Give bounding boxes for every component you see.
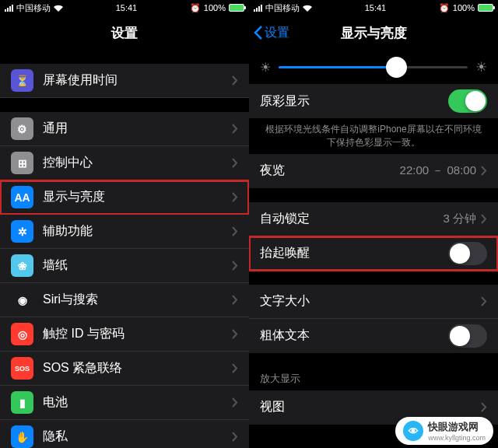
row-label: 控制中心 <box>43 155 232 171</box>
settings-row-10[interactable]: ✋隐私 <box>0 420 249 448</box>
chevron-right-icon <box>481 296 487 306</box>
row-label: 隐私 <box>43 429 232 445</box>
settings-row-9[interactable]: ▮电池 <box>0 386 249 420</box>
row-textsize[interactable]: 文字大小 <box>249 285 498 319</box>
chevron-right-icon <box>232 432 238 442</box>
settings-row-7[interactable]: ◎触控 ID 与密码 <box>0 317 249 352</box>
row-label: SOS 紧急联络 <box>43 360 232 376</box>
row-icon: ✋ <box>11 425 33 448</box>
row-label: 触控 ID 与密码 <box>43 326 232 342</box>
row-label: 屏幕使用时间 <box>43 72 232 89</box>
sun-large-icon: ☀ <box>475 59 487 75</box>
signal-icon <box>5 5 13 12</box>
watermark-url: www.kyllgting.com <box>428 434 486 442</box>
view-label: 视图 <box>260 399 481 415</box>
watermark-icon: 👁 <box>403 421 423 441</box>
row-icon: ⚙ <box>11 117 33 140</box>
battery-icon <box>229 4 244 12</box>
nightshift-label: 夜览 <box>260 163 400 179</box>
row-boldtext[interactable]: 粗体文本 <box>249 319 498 353</box>
watermark: 👁 快眼游戏网www.kyllgting.com <box>395 417 493 445</box>
battery-pct: 100% <box>453 3 475 12</box>
status-bar: 中国移动 15:41 ⏰100% <box>249 0 498 16</box>
page-title: 显示与亮度 <box>341 24 407 42</box>
truetone-toggle[interactable] <box>448 89 487 113</box>
back-label: 设置 <box>265 25 289 41</box>
chevron-right-icon <box>481 214 487 224</box>
back-button[interactable]: 设置 <box>254 25 289 41</box>
row-icon: ⊞ <box>11 152 33 174</box>
chevron-right-icon <box>232 124 238 134</box>
settings-row-6[interactable]: ◉Siri与搜索 <box>0 283 249 317</box>
wifi-icon <box>54 5 63 12</box>
status-bar: 中国移动 15:41 ⏰100% <box>0 0 249 16</box>
chevron-right-icon <box>232 261 238 271</box>
row-icon: ◉ <box>11 289 33 311</box>
raise-toggle[interactable] <box>448 242 487 265</box>
settings-row-3[interactable]: AA显示与亮度 <box>0 180 249 215</box>
bold-toggle[interactable] <box>448 324 487 348</box>
settings-row-2[interactable]: ⊞控制中心 <box>0 146 249 180</box>
settings-row-5[interactable]: ❀墙纸 <box>0 249 249 283</box>
signal-icon <box>254 5 262 12</box>
row-raise-to-wake[interactable]: 抬起唤醒 <box>249 236 498 271</box>
display-brightness-screen: 中国移动 15:41 ⏰100% 设置 显示与亮度 ☀ ☀ 原彩显示 根据环境光… <box>249 0 498 448</box>
row-icon: AA <box>11 186 33 208</box>
zoom-header: 放大显示 <box>249 367 498 390</box>
clock: 15:41 <box>365 3 387 12</box>
row-icon: ❀ <box>11 254 33 277</box>
alarm-icon: ⏰ <box>190 3 201 13</box>
settings-row-8[interactable]: SOSSOS 紧急联络 <box>0 352 249 386</box>
autolock-label: 自动锁定 <box>260 211 443 227</box>
autolock-value: 3 分钟 <box>443 212 476 226</box>
alarm-icon: ⏰ <box>439 3 450 13</box>
chevron-right-icon <box>481 402 487 412</box>
navbar: 设置 <box>0 16 249 50</box>
row-label: Siri与搜索 <box>43 292 232 308</box>
chevron-right-icon <box>232 158 238 168</box>
chevron-right-icon <box>232 397 238 408</box>
row-icon: ⏳ <box>11 69 33 92</box>
nightshift-value: 22:00 － 08:00 <box>400 163 476 178</box>
chevron-right-icon <box>232 75 238 86</box>
chevron-right-icon <box>232 226 238 236</box>
row-label: 墙纸 <box>43 257 232 274</box>
battery-icon <box>478 4 493 12</box>
row-label: 通用 <box>43 121 232 137</box>
navbar: 设置 显示与亮度 <box>249 16 498 50</box>
page-title: 设置 <box>111 24 138 42</box>
row-icon: ✲ <box>11 220 33 243</box>
row-nightshift[interactable]: 夜览 22:00 － 08:00 <box>249 154 498 188</box>
carrier: 中国移动 <box>16 2 51 14</box>
chevron-right-icon <box>232 329 238 339</box>
row-label: 电池 <box>43 394 232 411</box>
wifi-icon <box>303 5 312 12</box>
row-icon: ◎ <box>11 323 33 345</box>
bold-label: 粗体文本 <box>260 327 448 344</box>
row-truetone[interactable]: 原彩显示 <box>249 84 498 118</box>
settings-row-4[interactable]: ✲辅助功能 <box>0 215 249 249</box>
row-label: 辅助功能 <box>43 223 232 240</box>
row-label: 显示与亮度 <box>43 189 232 205</box>
settings-row-1[interactable]: ⚙通用 <box>0 112 249 146</box>
carrier: 中国移动 <box>265 2 300 14</box>
textsize-label: 文字大小 <box>260 293 481 310</box>
settings-screen: 中国移动 15:41 ⏰100% 设置 ⏳屏幕使用时间⚙通用⊞控制中心AA显示与… <box>0 0 249 448</box>
chevron-right-icon <box>232 192 238 202</box>
clock: 15:41 <box>116 3 138 12</box>
sun-small-icon: ☀ <box>260 60 271 75</box>
settings-row-0[interactable]: ⏳屏幕使用时间 <box>0 64 249 98</box>
brightness-slider[interactable]: ☀ ☀ <box>249 50 498 84</box>
chevron-right-icon <box>232 295 238 305</box>
watermark-title: 快眼游戏网 <box>428 420 486 434</box>
chevron-right-icon <box>481 166 487 176</box>
row-autolock[interactable]: 自动锁定 3 分钟 <box>249 202 498 236</box>
truetone-note: 根据环境光线条件自动调整iPhone屏幕以在不同环境下保持色彩显示一致。 <box>249 118 498 154</box>
raise-label: 抬起唤醒 <box>260 245 448 261</box>
row-icon: SOS <box>11 357 33 380</box>
row-icon: ▮ <box>11 391 33 414</box>
truetone-label: 原彩显示 <box>260 93 448 110</box>
chevron-right-icon <box>232 363 238 373</box>
battery-pct: 100% <box>204 3 226 12</box>
